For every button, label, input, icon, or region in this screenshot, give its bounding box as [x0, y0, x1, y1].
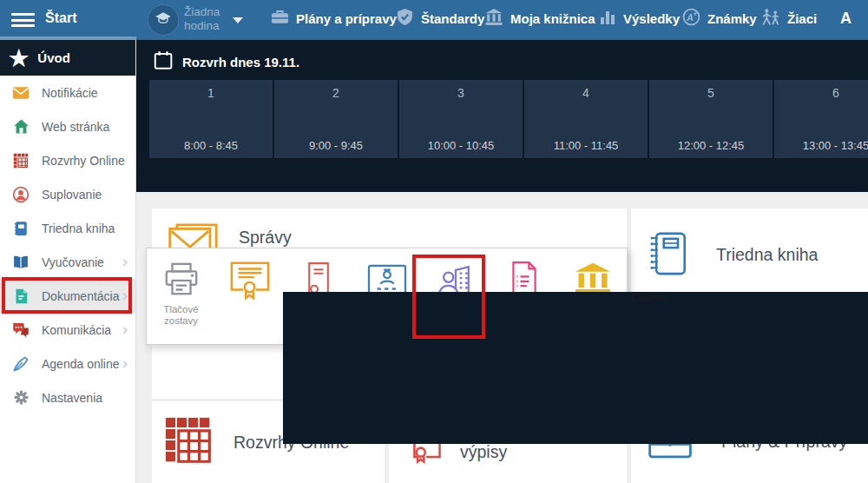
current-lesson-button[interactable] — [148, 4, 179, 36]
schedule-slot-4[interactable]: 4 11:00 - 11:45 — [524, 80, 648, 158]
schedule-slot-2[interactable]: 2 9:00 - 9:45 — [274, 80, 398, 158]
house-icon — [12, 118, 30, 136]
nav-ziaci[interactable]: Žiaci — [760, 0, 817, 36]
tab-start[interactable]: Štart — [45, 0, 76, 36]
sidebar-item-vyucovanie[interactable]: Vyučovanie › — [0, 245, 135, 279]
printer-icon — [161, 259, 201, 301]
sidebar-item-rozvrhy-online[interactable]: Rozvrhy Online — [0, 143, 135, 177]
topbar: Štart Žiadna hodina Plány a prípravy Šta… — [0, 0, 868, 40]
schedule-slot-5[interactable]: 5 12:00 - 12:45 — [649, 80, 773, 158]
flyout-item-diplomy[interactable]: Diplomy — [215, 248, 284, 344]
active-tab-underline — [0, 36, 136, 40]
hamburger-menu-icon[interactable] — [11, 13, 35, 27]
tile-spravy-label: Správy — [239, 228, 292, 248]
sidebar-item-dokumentacia[interactable]: Dokumentácia › — [0, 279, 135, 313]
grade-circle-icon: A+ — [682, 8, 700, 29]
star-icon: ★ — [9, 47, 29, 69]
bank-icon — [484, 8, 503, 29]
nav-moja-kniznica[interactable]: Moja knižnica — [484, 0, 595, 36]
sidebar-item-uvod[interactable]: ★ Úvod — [0, 40, 135, 76]
chat-bubbles-icon — [12, 321, 30, 339]
chevron-down-icon[interactable] — [233, 17, 243, 23]
nav-vysledky[interactable]: Výsledky — [599, 0, 680, 36]
calendar-icon — [154, 50, 174, 73]
tile-triedna-kniha[interactable]: Triedna kniha — [631, 208, 868, 301]
students-icon — [760, 8, 780, 29]
briefcase-icon — [271, 8, 289, 29]
notebook-icon — [12, 220, 30, 237]
timetable-grid-large-icon — [164, 416, 213, 468]
envelope-icon — [12, 84, 30, 102]
nav-standardy[interactable]: Štandardy — [396, 0, 484, 36]
sidebar-item-notifikacie[interactable]: Notifikácie — [0, 76, 135, 109]
chevron-right-icon: › — [122, 286, 128, 305]
sidebar-item-nastavenia[interactable]: Nastavenia — [0, 380, 135, 414]
chevron-right-icon: › — [122, 252, 128, 271]
schedule-slots: 1 8:00 - 8:45 2 9:00 - 9:45 3 10:00 - 10… — [149, 80, 868, 158]
spiral-notebook-icon — [647, 228, 688, 282]
graduation-cap-icon — [155, 10, 172, 30]
sidebar-item-komunikacia[interactable]: Komunikácia › — [0, 313, 135, 347]
dokumentacia-flyout: Tlačové zostavy Diplomy Opatrenia / rozh… — [146, 248, 628, 345]
schedule-slot-1[interactable]: 1 8:00 - 8:45 — [149, 80, 273, 158]
pen-icon — [12, 355, 30, 373]
shield-check-icon — [396, 8, 414, 29]
sidebar-item-agenda-online[interactable]: Agenda online › — [0, 347, 135, 380]
sidebar-item-triedna-kniha[interactable]: Triedna kniha — [0, 211, 135, 245]
lesson-status[interactable]: Žiadna hodina — [184, 5, 220, 33]
svg-text:+: + — [694, 10, 698, 18]
schedule-slot-6[interactable]: 6 13:00 - 13:45 — [774, 80, 868, 158]
chevron-right-icon: › — [122, 320, 128, 339]
schedule-header: Rozvrh dnes 19.11. — [154, 50, 299, 73]
svg-text:A: A — [686, 12, 694, 23]
user-menu[interactable]: A — [840, 0, 852, 36]
person-circle-icon — [12, 186, 30, 203]
flyout-item-tlacove-zostavy[interactable]: Tlačové zostavy — [147, 248, 215, 344]
nav-plany-a-pripravy[interactable]: Plány a prípravy — [271, 0, 397, 36]
diploma-icon — [228, 259, 272, 301]
open-book-icon — [12, 254, 30, 271]
sidebar: ★ Úvod Notifikácie Web stránka Rozvrhy O… — [0, 40, 136, 483]
edupage-dashboard: Štart Žiadna hodina Plány a prípravy Šta… — [0, 0, 868, 483]
sidebar-item-web-stranka[interactable]: Web stránka — [0, 109, 135, 143]
bar-chart-icon — [599, 9, 616, 29]
tile-triedna-kniha-label: Triedna kniha — [716, 245, 818, 265]
nav-znamky[interactable]: A+ Známky — [682, 0, 757, 36]
document-icon — [12, 288, 30, 305]
schedule-panel: Rozvrh dnes 19.11. 1 8:00 - 8:45 2 9:00 … — [136, 40, 868, 192]
timetable-grid-icon — [12, 152, 30, 169]
schedule-slot-3[interactable]: 3 10:00 - 10:45 — [399, 80, 523, 158]
chevron-right-icon: › — [122, 354, 128, 373]
schedule-title: Rozvrh dnes 19.11. — [182, 55, 299, 69]
sidebar-item-suplovanie[interactable]: Suplovanie — [0, 177, 135, 211]
gear-icon — [12, 389, 30, 407]
